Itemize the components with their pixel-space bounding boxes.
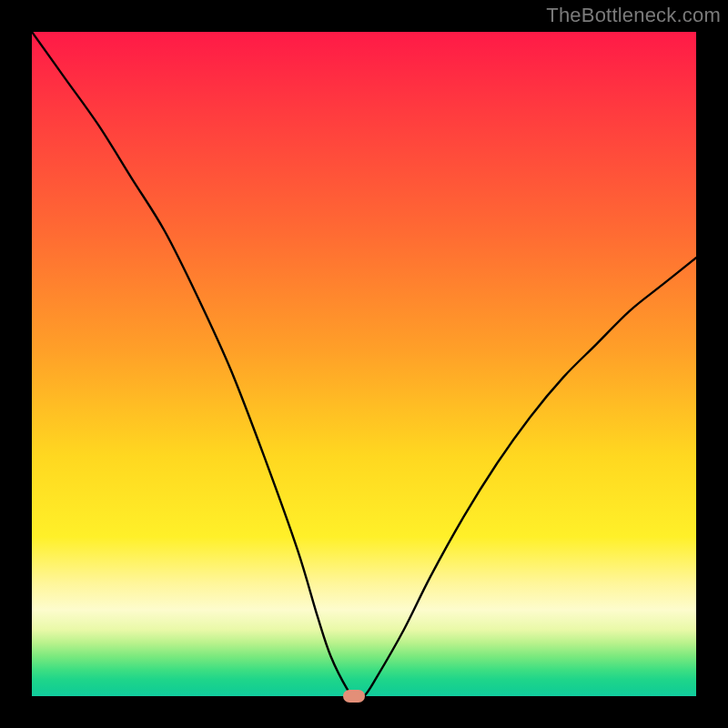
bottleneck-curve — [32, 32, 696, 696]
watermark-text: TheBottleneck.com — [546, 4, 721, 27]
minimum-marker — [343, 690, 365, 703]
chart-frame: TheBottleneck.com — [0, 0, 728, 728]
plot-area — [32, 32, 696, 696]
